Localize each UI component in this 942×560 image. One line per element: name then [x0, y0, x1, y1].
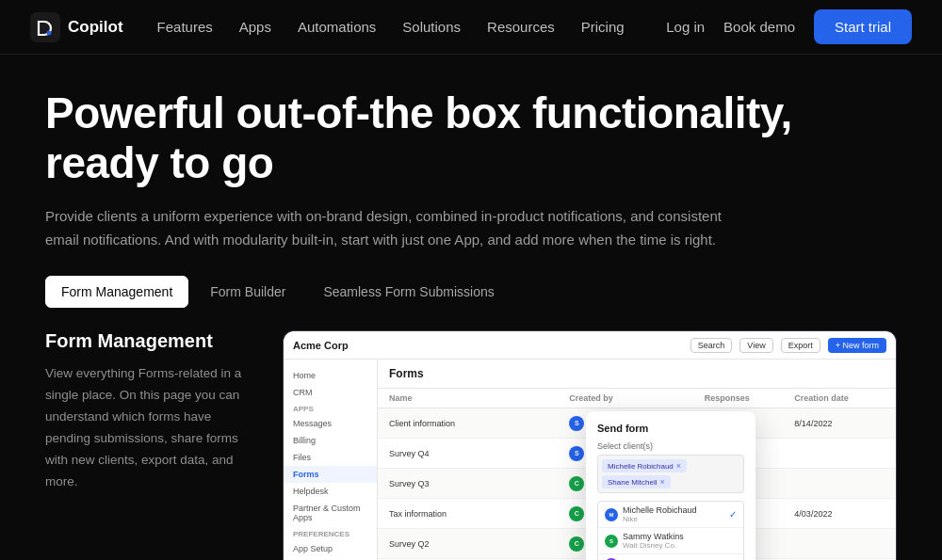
logo-icon — [30, 12, 60, 42]
nav-solutions[interactable]: Solutions — [402, 19, 461, 35]
modal-title: Send form — [597, 423, 744, 434]
sidebar-section-apps: Apps — [284, 401, 377, 415]
app-body: Home CRM Apps Messages Billing Files For… — [284, 360, 896, 560]
sidebar-item-forms[interactable]: Forms — [284, 466, 377, 483]
tab-form-management[interactable]: Form Management — [45, 276, 188, 308]
dropdown-item-michelle[interactable]: M Michelle RobichaudNike ✓ — [598, 502, 743, 528]
nav-apps[interactable]: Apps — [239, 19, 271, 35]
table-header: Name Created by Responses Creation date — [378, 389, 896, 408]
sidebar-section-preferences: Preferences — [284, 526, 377, 540]
app-preview: Acme Corp Search View Export + New form … — [283, 330, 897, 560]
avatar: C — [569, 476, 584, 491]
svg-point-1 — [47, 30, 52, 35]
avatar: S — [605, 535, 618, 548]
modal-select-label: Select client(s) — [597, 441, 744, 451]
hero-section: Powerful out-of-the box functionality, r… — [0, 55, 942, 251]
nav-features[interactable]: Features — [157, 19, 213, 35]
tab-seamless-form-submissions[interactable]: Seamless Form Submissions — [307, 276, 510, 308]
svg-rect-0 — [30, 12, 60, 42]
app-view-btn[interactable]: View — [739, 338, 772, 353]
book-demo-link[interactable]: Book demo — [723, 19, 795, 35]
sidebar-item-billing[interactable]: Billing — [284, 432, 377, 449]
nav-links: Features Apps Automations Solutions Reso… — [157, 19, 625, 36]
app-brand: Acme Corp — [293, 340, 349, 351]
check-icon: ✓ — [729, 509, 737, 520]
navbar: Copilot Features Apps Automations Soluti… — [0, 0, 942, 55]
app-search-btn[interactable]: Search — [690, 338, 733, 353]
content-area: Form Management View everything Forms-re… — [0, 308, 942, 560]
avatar: S — [569, 446, 584, 461]
modal-tag-container[interactable]: Michelle Robichaud × Shane Mitchell × — [597, 455, 744, 493]
log-in-link[interactable]: Log in — [666, 19, 705, 35]
logo[interactable]: Copilot — [30, 12, 123, 42]
modal-dropdown: M Michelle RobichaudNike ✓ S Sammy Watki… — [597, 501, 744, 560]
app-export-btn[interactable]: Export — [781, 338, 820, 353]
nav-resources[interactable]: Resources — [487, 19, 555, 35]
sidebar-item-crm[interactable]: CRM — [284, 384, 377, 401]
sidebar-item-files[interactable]: Files — [284, 449, 377, 466]
avatar: S — [569, 416, 584, 431]
section-description: Form Management View everything Forms-re… — [45, 330, 252, 493]
dropdown-item-samantha[interactable]: S Samantha O'Hare — [598, 554, 743, 560]
hero-title: Powerful out-of-the box functionality, r… — [45, 88, 799, 188]
modal-tag-michelle[interactable]: Michelle Robichaud × — [602, 459, 687, 472]
avatar: C — [569, 536, 584, 552]
app-main: Forms Name Created by Responses Creation… — [378, 360, 896, 560]
tag-close-icon[interactable]: × — [676, 461, 681, 471]
app-sidebar: Home CRM Apps Messages Billing Files For… — [284, 360, 378, 560]
logo-text: Copilot — [68, 18, 123, 37]
sidebar-item-partner[interactable]: Partner & Custom Apps — [284, 500, 377, 526]
sidebar-item-home[interactable]: Home — [284, 367, 377, 384]
tabs-bar: Form Management Form Builder Seamless Fo… — [0, 276, 942, 308]
sidebar-item-helpdesk[interactable]: Helpdesk — [284, 483, 377, 500]
section-body: View everything Forms-related in a singl… — [45, 363, 252, 493]
nav-actions: Log in Book demo Start trial — [666, 9, 912, 44]
app-main-header: Forms — [378, 360, 896, 389]
start-trial-button[interactable]: Start trial — [814, 9, 912, 44]
hero-subtitle: Provide clients a uniform experience wit… — [45, 205, 723, 252]
avatar: C — [569, 506, 584, 521]
app-new-form-btn[interactable]: + New form — [828, 338, 886, 353]
avatar: M — [605, 508, 618, 521]
app-chrome: Acme Corp Search View Export + New form … — [284, 331, 896, 560]
section-title: Form Management — [45, 330, 252, 352]
nav-pricing[interactable]: Pricing — [581, 19, 625, 35]
send-form-modal: Send form Select client(s) Michelle Robi… — [586, 411, 755, 560]
modal-tag-shane[interactable]: Shane Mitchell × — [602, 475, 671, 488]
nav-automations[interactable]: Automations — [298, 19, 376, 35]
sidebar-item-app-setup[interactable]: App Setup — [284, 540, 377, 557]
app-topbar: Acme Corp Search View Export + New form — [284, 331, 896, 360]
dropdown-item-sammy[interactable]: S Sammy WatkinsWalt Disney Co. — [598, 528, 743, 554]
tag-close-icon[interactable]: × — [659, 477, 664, 487]
sidebar-item-messages[interactable]: Messages — [284, 415, 377, 432]
tab-form-builder[interactable]: Form Builder — [194, 276, 301, 308]
